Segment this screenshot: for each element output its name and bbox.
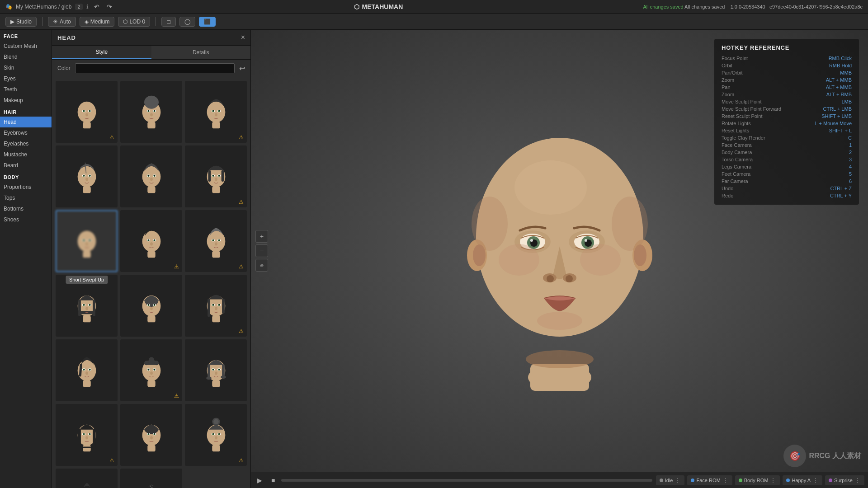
svg-point-111 — [212, 304, 213, 305]
timeline-bar[interactable] — [281, 479, 652, 482]
hair-style-cell[interactable] — [120, 145, 182, 207]
sidebar-item-eyes[interactable]: Eyes — [0, 73, 52, 84]
clay-button[interactable]: ◯ — [179, 17, 195, 27]
sidebar-item-shoes[interactable]: Shoes — [0, 214, 52, 225]
anim-label: Happy A — [792, 478, 811, 483]
svg-point-58 — [77, 230, 96, 252]
hair-style-cell[interactable] — [185, 339, 247, 401]
sidebar-item-custom-mesh[interactable]: Custom Mesh — [0, 41, 52, 52]
tab-details[interactable]: Details — [151, 46, 251, 59]
fit-button[interactable]: ⊕ — [255, 259, 268, 272]
toolbar: ▶ Studio ☀ Auto ◈ Medium ⬡ LOD 0 ◻ ◯ ⬛ — [0, 14, 868, 30]
sidebar-item-teeth[interactable]: Teeth — [0, 84, 52, 95]
stop-button[interactable]: ■ — [269, 475, 278, 485]
top-bar-right: All changes saved All changes saved 1.0.… — [643, 4, 863, 9]
svg-point-91 — [83, 304, 84, 305]
sidebar-item-makeup[interactable]: Makeup — [0, 95, 52, 106]
svg-point-35 — [89, 175, 90, 176]
anim-more-button[interactable]: ⋮ — [812, 477, 819, 484]
hair-style-cell[interactable] — [120, 469, 182, 488]
hair-style-cell[interactable] — [56, 275, 118, 337]
hotkey-key: C — [848, 135, 852, 141]
hotkey-label: Reset Lights — [722, 128, 749, 133]
hair-cell-wrapper: ⚠ — [185, 404, 247, 466]
anim-more-button[interactable]: ⋮ — [722, 477, 729, 484]
color-reset-button[interactable]: ↩ — [239, 64, 245, 73]
zoom-out-button[interactable]: − — [255, 244, 268, 257]
metahuman-logo: ⬡ METAHUMAN — [354, 3, 403, 10]
svg-rect-137 — [212, 380, 220, 387]
anim-label: Surprise — [834, 478, 853, 483]
svg-rect-49 — [221, 170, 224, 181]
redo-button[interactable]: ↷ — [105, 2, 114, 11]
hair-style-cell[interactable]: ⚠ — [185, 210, 247, 272]
close-button[interactable]: × — [241, 33, 245, 42]
hair-style-cell[interactable]: ⚠ — [185, 404, 247, 466]
hair-style-cell[interactable] — [56, 210, 118, 272]
sidebar-item-blend[interactable]: Blend — [0, 52, 52, 62]
play-button[interactable]: ▶ — [255, 475, 265, 485]
hair-cell-wrapper: ⚠ — [185, 210, 247, 272]
sidebar-item-skin[interactable]: Skin — [0, 62, 52, 73]
hair-style-cell[interactable]: ⚠ — [56, 404, 118, 466]
color-swatch[interactable] — [75, 63, 235, 73]
hair-style-cell[interactable] — [56, 145, 118, 207]
hotkey-row: Reset LightsSHIFT + L — [722, 127, 852, 134]
anim-slot-happy-a[interactable]: Happy A⋮ — [783, 475, 822, 485]
sidebar-item-head[interactable]: Head — [0, 117, 52, 127]
hair-style-cell[interactable] — [56, 339, 118, 401]
anim-slot-face-rom[interactable]: Face ROM⋮ — [687, 475, 732, 485]
hair-style-cell[interactable] — [120, 404, 182, 466]
zoom-in-button[interactable]: + — [255, 230, 268, 243]
medium-button[interactable]: ◈ Medium — [80, 17, 115, 27]
undo-button[interactable]: ↶ — [92, 2, 101, 11]
hotkey-key: 5 — [849, 171, 852, 177]
hotkey-label: Toggle Clay Render — [722, 135, 765, 141]
hair-style-cell[interactable] — [120, 81, 182, 143]
left-sidebar: FACE Custom Mesh Blend Skin Eyes Teeth M… — [0, 30, 52, 488]
sidebar-item-proportions[interactable]: Proportions — [0, 182, 52, 192]
hair-style-cell[interactable]: ⚠ — [185, 81, 247, 143]
studio-button[interactable]: ▶ Studio — [5, 17, 37, 27]
hair-style-cell[interactable]: ⚠ — [185, 275, 247, 337]
sidebar-item-eyebrows[interactable]: Eyebrows — [0, 127, 52, 138]
hotkey-label: Face Camera — [722, 142, 752, 148]
anim-more-button[interactable]: ⋮ — [854, 477, 861, 484]
wireframe-button[interactable]: ◻ — [161, 17, 176, 27]
hair-style-cell[interactable]: ⚠ — [185, 145, 247, 207]
viewport-canvas[interactable]: + − ⊕ — [251, 30, 868, 472]
svg-point-55 — [218, 175, 219, 176]
sidebar-item-eyelashes[interactable]: Eyelashes — [0, 138, 52, 149]
anim-slot-body-rom[interactable]: Body ROM⋮ — [735, 475, 780, 485]
svg-rect-9 — [147, 122, 155, 128]
svg-point-225 — [526, 350, 594, 368]
svg-point-176 — [212, 433, 213, 434]
hair-style-cell[interactable] — [120, 275, 182, 337]
main-layout: FACE Custom Mesh Blend Skin Eyes Teeth M… — [0, 30, 868, 488]
status-slot[interactable]: Idle⋮ — [656, 475, 685, 485]
svg-rect-107 — [208, 299, 210, 317]
lod-button[interactable]: ⬡ LOD 0 — [118, 17, 150, 27]
hotkey-label: Far Camera — [722, 178, 748, 184]
hair-style-cell[interactable]: ⚠ — [56, 469, 118, 488]
watermark: 🎯 RRCG 人人素材 — [783, 445, 861, 467]
sidebar-item-mustache[interactable]: Mustache — [0, 149, 52, 160]
hash: e97dee40-0c31-4207-f956-2b8e4ed02a8c — [769, 4, 863, 9]
auto-button[interactable]: ☀ Auto — [48, 17, 76, 27]
hair-style-cell[interactable]: ⚠ — [120, 210, 182, 272]
warning-icon: ⚠ — [239, 263, 244, 270]
sidebar-item-beard[interactable]: Beard — [0, 160, 52, 171]
sidebar-item-tops[interactable]: Tops — [0, 192, 52, 203]
svg-point-227 — [612, 197, 648, 251]
status-more-button[interactable]: ⋮ — [675, 477, 681, 484]
tab-style[interactable]: Style — [52, 46, 151, 59]
hotkey-label: Pan/Orbit — [722, 70, 742, 75]
sidebar-item-bottoms[interactable]: Bottoms — [0, 203, 52, 214]
anim-more-button[interactable]: ⋮ — [770, 477, 776, 484]
hair-style-cell[interactable]: ⚠ — [56, 81, 118, 143]
anim-slot-surprise[interactable]: Surprise⋮ — [825, 475, 864, 485]
hair-cell-wrapper — [185, 339, 247, 401]
solid-button[interactable]: ⬛ — [199, 17, 216, 27]
svg-point-95 — [85, 307, 88, 310]
hair-style-cell[interactable]: ⚠ — [120, 339, 182, 401]
